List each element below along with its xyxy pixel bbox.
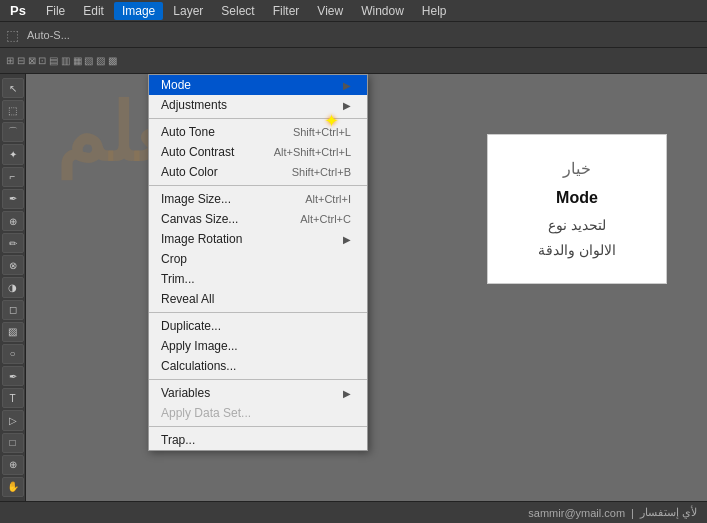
menu-item-image-rotation[interactable]: Image Rotation ▶ [149,229,367,249]
app-logo: Ps [4,3,32,18]
tool-eyedropper[interactable]: ✒ [2,189,24,209]
menu-item-apply-image[interactable]: Apply Image... [149,336,367,356]
menu-help[interactable]: Help [414,2,455,20]
tool-text[interactable]: T [2,388,24,408]
menu-item-canvas-size[interactable]: Canvas Size... Alt+Ctrl+C [149,209,367,229]
menu-item-trim[interactable]: Trim... [149,269,367,289]
menu-item-reveal-all-label: Reveal All [161,292,214,306]
menu-item-duplicate[interactable]: Duplicate... [149,316,367,336]
tool-shape[interactable]: □ [2,433,24,453]
menu-item-adjustments-label: Adjustments [161,98,227,112]
mode-tooltip: خيار Mode لتحديد نوع الالوان والدقة [487,134,667,284]
tool-pen[interactable]: ✒ [2,366,24,386]
status-bar: sammir@ymail.com | لأي إستفسار [0,501,707,523]
menu-filter[interactable]: Filter [265,2,308,20]
menu-item-image-size-shortcut: Alt+Ctrl+I [305,193,351,205]
menu-item-auto-color-label: Auto Color [161,165,218,179]
menu-select[interactable]: Select [213,2,262,20]
canvas-area: العلم خيار Mode لتحديد نوع الالوان والدق… [26,74,707,501]
menu-item-auto-color-shortcut: Shift+Ctrl+B [292,166,351,178]
menu-item-mode-arrow: ▶ [343,80,351,91]
menu-item-auto-contrast[interactable]: Auto Contrast Alt+Shift+Ctrl+L [149,142,367,162]
menu-item-adjustments-arrow: ▶ [343,100,351,111]
tool-hand[interactable]: ✋ [2,477,24,497]
menu-item-auto-tone-label: Auto Tone [161,125,215,139]
tool-path[interactable]: ▷ [2,410,24,430]
menu-item-auto-tone-shortcut: Shift+Ctrl+L [293,126,351,138]
separator-5 [149,426,367,427]
menu-item-mode[interactable]: Mode ▶ [149,75,367,95]
separator-2 [149,185,367,186]
menu-window[interactable]: Window [353,2,412,20]
menu-item-duplicate-label: Duplicate... [161,319,221,333]
options-bar-2: ⊞ ⊟ ⊠ ⊡ ▤ ▥ ▦ ▧ ▨ ▩ [0,48,707,74]
tooltip-line3: لتحديد نوع [503,213,651,238]
menu-item-variables-arrow: ▶ [343,388,351,399]
separator-3 [149,312,367,313]
options-auto-label: Auto-S... [27,29,70,41]
menu-item-reveal-all[interactable]: Reveal All [149,289,367,309]
menu-item-variables-label: Variables [161,386,210,400]
left-toolbar: ↖ ⬚ ⌒ ✦ ⌐ ✒ ⊕ ✏ ⊗ ◑ ◻ ▨ ○ ✒ T ▷ □ ⊕ ✋ [0,74,26,501]
menu-item-apply-image-label: Apply Image... [161,339,238,353]
menu-item-crop-label: Crop [161,252,187,266]
tool-heal[interactable]: ⊕ [2,211,24,231]
menu-item-canvas-size-label: Canvas Size... [161,212,238,226]
menu-item-canvas-size-shortcut: Alt+Ctrl+C [300,213,351,225]
tool-magic-wand[interactable]: ✦ [2,144,24,164]
tooltip-line4: الالوان والدقة [503,238,651,263]
menu-item-trim-label: Trim... [161,272,195,286]
tooltip-line2: Mode [503,184,651,213]
tool-zoom[interactable]: ⊕ [2,455,24,475]
cursor-indicator: ✦ [324,110,339,132]
options-bar-1: ⬚ Auto-S... [0,22,707,48]
menu-item-apply-data-set-label: Apply Data Set... [161,406,251,420]
menu-item-image-size-label: Image Size... [161,192,231,206]
separator-4 [149,379,367,380]
menu-item-variables[interactable]: Variables ▶ [149,383,367,403]
menu-bar: Ps File Edit Image Layer Select Filter V… [0,0,707,22]
menu-item-image-size[interactable]: Image Size... Alt+Ctrl+I [149,189,367,209]
tool-dodge[interactable]: ○ [2,344,24,364]
menu-view[interactable]: View [309,2,351,20]
menu-item-trap[interactable]: Trap... [149,430,367,450]
menu-item-mode-label: Mode [161,78,191,92]
tool-lasso[interactable]: ⌒ [2,122,24,142]
status-email: sammir@ymail.com [528,507,625,519]
menu-item-auto-contrast-shortcut: Alt+Shift+Ctrl+L [274,146,351,158]
tool-history[interactable]: ◑ [2,277,24,297]
status-separator: | [631,507,634,519]
menu-file[interactable]: File [38,2,73,20]
tool-select[interactable]: ⬚ [2,100,24,120]
menu-item-calculations-label: Calculations... [161,359,236,373]
tooltip-line1: خيار [503,155,651,184]
menu-item-image-rotation-label: Image Rotation [161,232,242,246]
tool-crop[interactable]: ⌐ [2,167,24,187]
tool-brush[interactable]: ✏ [2,233,24,253]
menu-item-calculations[interactable]: Calculations... [149,356,367,376]
tool-clone[interactable]: ⊗ [2,255,24,275]
menu-item-apply-data-set: Apply Data Set... [149,403,367,423]
tool-move[interactable]: ↖ [2,78,24,98]
menu-item-trap-label: Trap... [161,433,195,447]
menu-edit[interactable]: Edit [75,2,112,20]
menu-item-image-rotation-arrow: ▶ [343,234,351,245]
tool-eraser[interactable]: ◻ [2,300,24,320]
menu-item-auto-color[interactable]: Auto Color Shift+Ctrl+B [149,162,367,182]
menu-layer[interactable]: Layer [165,2,211,20]
status-label: لأي إستفسار [640,506,697,519]
tool-gradient[interactable]: ▨ [2,322,24,342]
menu-item-crop[interactable]: Crop [149,249,367,269]
menu-image[interactable]: Image [114,2,163,20]
menu-item-auto-contrast-label: Auto Contrast [161,145,234,159]
main-area: ↖ ⬚ ⌒ ✦ ⌐ ✒ ⊕ ✏ ⊗ ◑ ◻ ▨ ○ ✒ T ▷ □ ⊕ ✋ ال… [0,74,707,501]
